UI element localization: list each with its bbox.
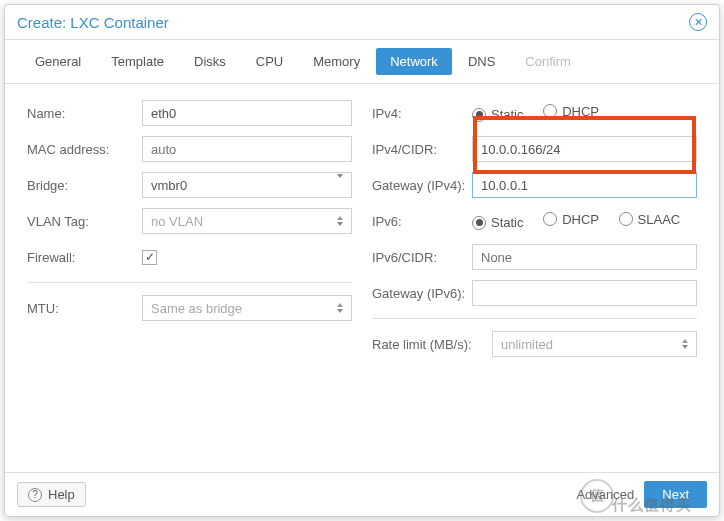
tab-confirm: Confirm (511, 48, 585, 75)
rate-label: Rate limit (MB/s): (372, 337, 492, 352)
chevron-down-icon (337, 178, 343, 193)
vlan-select[interactable]: no VLAN (142, 208, 352, 234)
next-button[interactable]: Next (644, 481, 707, 508)
tab-template[interactable]: Template (97, 48, 178, 75)
ipv4cidr-input[interactable] (472, 136, 697, 162)
mac-label: MAC address: (27, 142, 142, 157)
gwv4-label: Gateway (IPv4): (372, 178, 472, 193)
ipv6-static-radio[interactable]: Static (472, 215, 524, 230)
name-input[interactable] (142, 100, 352, 126)
ipv6cidr-label: IPv6/CIDR: (372, 250, 472, 265)
spinner-icon (337, 303, 343, 313)
modal-title: Create: LXC Container (17, 14, 169, 31)
tab-general[interactable]: General (21, 48, 95, 75)
create-lxc-modal: Create: LXC Container ✕ General Template… (4, 4, 720, 517)
separator (27, 282, 352, 283)
gwv6-input[interactable] (472, 280, 697, 306)
ipv4-dhcp-radio[interactable]: DHCP (543, 104, 599, 119)
help-button[interactable]: ? Help (17, 482, 86, 507)
radio-icon (472, 108, 486, 122)
vlan-label: VLAN Tag: (27, 214, 142, 229)
ipv4cidr-label: IPv4/CIDR: (372, 142, 472, 157)
gwv6-label: Gateway (IPv6): (372, 286, 472, 301)
tab-dns[interactable]: DNS (454, 48, 509, 75)
radio-icon (543, 212, 557, 226)
separator (372, 318, 697, 319)
ipv6-label: IPv6: (372, 214, 472, 229)
modal-footer: ? Help Advanced Next (5, 472, 719, 516)
close-icon[interactable]: ✕ (689, 13, 707, 31)
advanced-label: Advanced (576, 487, 634, 502)
bridge-select[interactable]: vmbr0 (142, 172, 352, 198)
tab-bar: General Template Disks CPU Memory Networ… (5, 40, 719, 84)
vlan-placeholder: no VLAN (151, 214, 203, 229)
ipv4-label: IPv4: (372, 106, 472, 121)
mtu-select[interactable]: Same as bridge (142, 295, 352, 321)
content-area: Name: MAC address: Bridge: vmbr0 (5, 84, 719, 472)
spinner-icon (682, 339, 688, 349)
name-label: Name: (27, 106, 142, 121)
tab-disks[interactable]: Disks (180, 48, 240, 75)
tab-network[interactable]: Network (376, 48, 452, 75)
tab-memory[interactable]: Memory (299, 48, 374, 75)
mtu-label: MTU: (27, 301, 142, 316)
firewall-checkbox[interactable] (142, 250, 157, 265)
right-column: IPv4: Static DHCP IPv4/CIDR: (372, 100, 697, 456)
mtu-placeholder: Same as bridge (151, 301, 242, 316)
firewall-label: Firewall: (27, 250, 142, 265)
bridge-value: vmbr0 (151, 178, 187, 193)
ipv4-static-radio[interactable]: Static (472, 107, 524, 122)
mac-input[interactable] (142, 136, 352, 162)
spinner-icon (337, 216, 343, 226)
ipv6-slaac-radio[interactable]: SLAAC (619, 212, 681, 227)
rate-select[interactable]: unlimited (492, 331, 697, 357)
bridge-label: Bridge: (27, 178, 142, 193)
modal-header: Create: LXC Container ✕ (5, 5, 719, 40)
radio-icon (619, 212, 633, 226)
gwv4-input[interactable] (472, 172, 697, 198)
radio-icon (472, 216, 486, 230)
ipv6-dhcp-radio[interactable]: DHCP (543, 212, 599, 227)
help-icon: ? (28, 488, 42, 502)
tab-cpu[interactable]: CPU (242, 48, 297, 75)
left-column: Name: MAC address: Bridge: vmbr0 (27, 100, 352, 456)
ipv6cidr-input[interactable] (472, 244, 697, 270)
rate-placeholder: unlimited (501, 337, 553, 352)
radio-icon (543, 104, 557, 118)
